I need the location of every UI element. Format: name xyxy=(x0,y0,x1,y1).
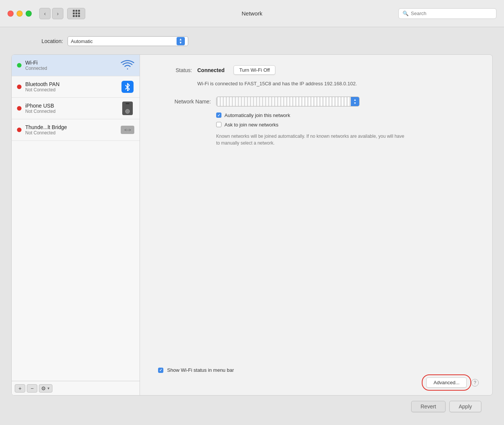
network-name-field[interactable]: ▲ ▼ xyxy=(216,97,360,106)
network-settings-button[interactable]: ⚙ ▼ xyxy=(39,384,52,393)
remove-network-button[interactable]: − xyxy=(27,384,37,393)
bluetooth-symbol-icon xyxy=(121,81,134,93)
status-description: Wi-Fi is connected to FAST_15C8 and has … xyxy=(197,80,479,88)
iphone-device-icon xyxy=(122,102,133,115)
iphone-info: iPhone USB Not Connected xyxy=(25,103,121,114)
iphone-status-dot xyxy=(17,106,22,111)
iphone-name: iPhone USB xyxy=(25,103,121,109)
status-label: Status: xyxy=(158,67,192,73)
network-name-label: Network Name: xyxy=(158,99,211,105)
forward-button[interactable]: › xyxy=(52,8,63,19)
ask-join-row: Ask to join new networks xyxy=(216,122,479,128)
bluetooth-status: Not Connected xyxy=(25,87,121,92)
location-select[interactable]: Automatic ▲ ▼ xyxy=(68,36,188,46)
show-wifi-label: Show Wi-Fi status in menu bar xyxy=(167,367,234,373)
bluetooth-info: Bluetooth PAN Not Connected xyxy=(25,81,121,92)
footer: Revert Apply xyxy=(11,396,493,417)
fullscreen-button[interactable] xyxy=(26,11,32,17)
advanced-button-highlight xyxy=(422,374,471,391)
location-arrows-icon: ▲ ▼ xyxy=(177,37,185,45)
thunderbolt-info: Thunde...lt Bridge Not Connected xyxy=(25,124,121,136)
close-button[interactable] xyxy=(8,11,14,17)
detail-bottom: Show Wi-Fi status in menu bar Advanced..… xyxy=(158,367,479,388)
advanced-row: Advanced... ? xyxy=(158,377,479,388)
window-title: Network xyxy=(241,10,262,17)
bluetooth-status-dot xyxy=(17,85,22,89)
advanced-button-wrap: Advanced... xyxy=(426,377,467,388)
help-button[interactable]: ? xyxy=(471,379,479,387)
location-bar: Location: Automatic ▲ ▼ xyxy=(41,36,188,46)
turn-wifi-off-button[interactable]: Turn Wi-Fi Off xyxy=(234,65,275,75)
wifi-status: Connected xyxy=(25,66,121,71)
auto-join-checkbox[interactable] xyxy=(216,112,221,118)
location-value: Automatic xyxy=(71,38,177,44)
sidebar-item-wifi[interactable]: Wi-Fi Connected xyxy=(12,55,140,76)
network-name-row: Network Name: ▲ ▼ xyxy=(158,97,479,106)
traffic-lights xyxy=(8,11,32,17)
location-label: Location: xyxy=(41,38,63,44)
grid-icon xyxy=(73,10,80,17)
app-grid-button[interactable] xyxy=(67,8,85,19)
gear-icon: ⚙ xyxy=(41,385,46,391)
iphone-icon-wrap xyxy=(121,102,134,115)
ask-join-checkbox[interactable] xyxy=(216,122,221,127)
wifi-name: Wi-Fi xyxy=(25,60,121,66)
join-description: Known networks will be joined automatica… xyxy=(216,133,405,146)
revert-button[interactable]: Revert xyxy=(411,401,446,412)
search-box[interactable]: 🔍 xyxy=(398,8,496,19)
sidebar-item-iphone-usb[interactable]: iPhone USB Not Connected xyxy=(12,98,140,119)
minimize-button[interactable] xyxy=(17,11,23,17)
main-panel: Wi-Fi Connected xyxy=(11,54,493,396)
auto-join-checkbox-wrap: Automatically join this network xyxy=(216,112,290,118)
auto-join-row: Automatically join this network xyxy=(216,112,479,118)
gear-dropdown-icon: ▼ xyxy=(47,387,50,390)
bluetooth-name: Bluetooth PAN xyxy=(25,81,121,87)
thunderbolt-icon-wrap: <···> xyxy=(121,123,134,137)
wifi-icon xyxy=(121,59,134,72)
network-list: Wi-Fi Connected xyxy=(12,55,140,381)
detail-panel: Status: Connected Turn Wi-Fi Off Wi-Fi i… xyxy=(140,55,492,395)
ask-join-checkbox-wrap: Ask to join new networks xyxy=(216,122,278,128)
auto-join-label: Automatically join this network xyxy=(224,112,290,118)
apply-button[interactable]: Apply xyxy=(449,401,481,412)
titlebar: ‹ › Network 🔍 xyxy=(0,0,504,27)
sidebar-item-thunderbolt[interactable]: Thunde...lt Bridge Not Connected <···> xyxy=(12,119,140,141)
network-name-arrows-icon: ▲ ▼ xyxy=(351,97,359,106)
thunderbolt-status-dot xyxy=(17,128,22,132)
bluetooth-icon xyxy=(121,80,134,94)
sidebar: Wi-Fi Connected xyxy=(12,55,140,395)
sidebar-toolbar: + − ⚙ ▼ xyxy=(12,381,140,395)
wifi-status-dot xyxy=(17,63,22,68)
show-wifi-checkbox[interactable] xyxy=(158,368,163,373)
wifi-info: Wi-Fi Connected xyxy=(25,60,121,71)
main-content: Location: Automatic ▲ ▼ Wi-Fi Connected xyxy=(0,27,504,425)
thunderbolt-icon: <···> xyxy=(121,126,134,134)
network-name-blurred-value xyxy=(217,97,351,106)
search-input[interactable] xyxy=(411,11,492,16)
status-row: Status: Connected Turn Wi-Fi Off xyxy=(158,65,479,75)
ask-join-label: Ask to join new networks xyxy=(224,122,278,128)
thunderbolt-name: Thunde...lt Bridge xyxy=(25,124,121,130)
status-value: Connected xyxy=(197,67,224,73)
back-button[interactable]: ‹ xyxy=(39,8,51,19)
nav-buttons: ‹ › xyxy=(39,8,63,19)
iphone-status: Not Connected xyxy=(25,109,121,114)
sidebar-item-bluetooth[interactable]: Bluetooth PAN Not Connected xyxy=(12,76,140,98)
add-network-button[interactable]: + xyxy=(15,384,25,393)
search-icon: 🔍 xyxy=(403,11,409,16)
thunderbolt-status: Not Connected xyxy=(25,130,121,136)
show-wifi-row: Show Wi-Fi status in menu bar xyxy=(158,367,479,373)
